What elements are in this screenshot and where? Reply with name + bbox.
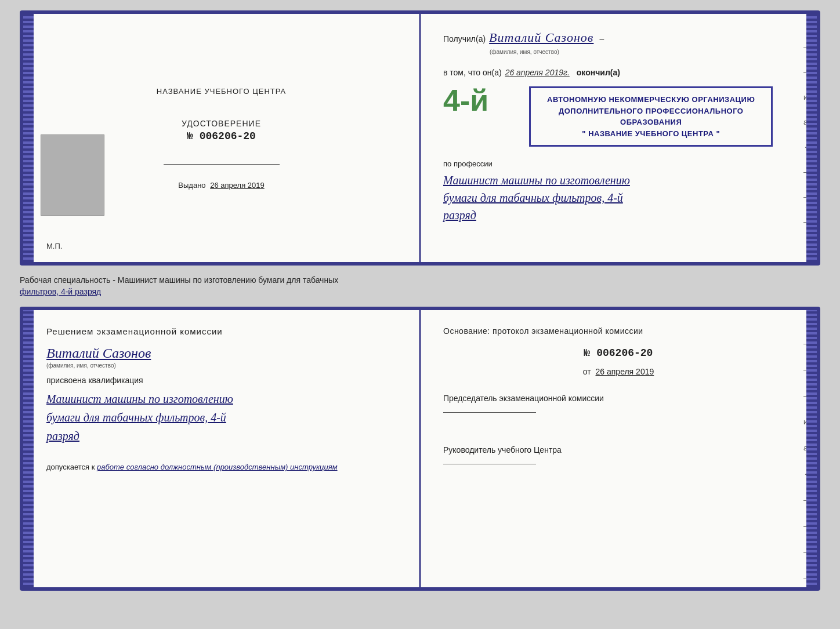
- poluchil-line: Получил(а) Виталий Сазонов –: [443, 30, 794, 45]
- profession-line3: разряд: [443, 206, 794, 224]
- prisvoena-label: присвоена квалификация: [46, 376, 396, 385]
- divider-line-1: [164, 164, 280, 165]
- vtom-date: 26 апреля 2019г.: [505, 68, 570, 77]
- recipient-name-top: Виталий Сазонов: [489, 30, 593, 45]
- udostoverenie-title: УДОСТОВЕРЕНИЕ: [182, 119, 261, 128]
- cert-number-top: № 006206-20: [182, 130, 261, 142]
- vtom-line: в том, что он(а) 26 апреля 2019г. окончи…: [443, 68, 794, 77]
- rukovoditel-block: Руководитель учебного Центра: [443, 445, 794, 468]
- qual-line1: Машинист машины по изготовлению: [46, 390, 396, 408]
- chairman-signature-line: [443, 412, 536, 413]
- dopuskaetsya-value: работе согласно должностным (производств…: [97, 463, 338, 471]
- fio-subtitle-top: (фамилия, имя, отчество): [490, 49, 794, 55]
- qualification-text: Машинист машины по изготовлению бумаги д…: [46, 390, 396, 445]
- ot-date: 26 апреля 2019: [596, 367, 654, 376]
- fio-name-bottom: Виталий Сазонов: [46, 346, 396, 361]
- chairman-block: Председатель экзаменационной комиссии: [443, 394, 794, 416]
- stamp-line3: " НАЗВАНИЕ УЧЕБНОГО ЦЕНТРА ": [540, 128, 762, 140]
- right-border-strip-bottom: [806, 310, 817, 587]
- cert-bottom: Решением экзаменационной комиссии Витали…: [20, 307, 820, 591]
- profession-line2: бумаги для табачных фильтров, 4-й: [443, 189, 794, 206]
- vydano-line: Выдано 26 апреля 2019: [178, 181, 264, 190]
- cert-top-left-page: НАЗВАНИЕ УЧЕБНОГО ЦЕНТРА УДОСТОВЕРЕНИЕ №…: [23, 14, 420, 262]
- hyphen-top: –: [599, 34, 604, 43]
- right-border-strip-top: [806, 14, 817, 262]
- stamp-area: 4-й АВТОНОМНУЮ НЕКОММЕРЧЕСКУЮ ОРГАНИЗАЦИ…: [443, 83, 794, 152]
- profession-text-top: Машинист машины по изготовлению бумаги д…: [443, 172, 794, 224]
- vydano-label: Выдано: [178, 181, 205, 190]
- qual-line3: разряд: [46, 427, 396, 445]
- cert-bottom-left-page: Решением экзаменационной комиссии Витали…: [23, 310, 420, 587]
- okonchil-label: окончил(а): [577, 68, 620, 77]
- info-line2: фильтров, 4-й разряд: [20, 287, 101, 296]
- resheniem-label: Решением экзаменационной комиссии: [46, 326, 396, 336]
- vtom-label: в том, что он(а): [443, 68, 502, 77]
- stamp-block: АВТОНОМНУЮ НЕКОММЕРЧЕСКУЮ ОРГАНИЗАЦИЮ ДО…: [529, 86, 773, 147]
- cert-bottom-right-page: Основание: протокол экзаменационной коми…: [420, 310, 817, 587]
- profession-line1: Машинист машины по изготовлению: [443, 172, 794, 189]
- left-border-strip-bottom: [23, 310, 34, 587]
- photo-placeholder: [41, 134, 104, 216]
- stamp-line2: ДОПОЛНИТЕЛЬНОГО ПРОФЕССИОНАЛЬНОГО ОБРАЗО…: [540, 106, 762, 128]
- stamp-line1: АВТОНОМНУЮ НЕКОММЕРЧЕСКУЮ ОРГАНИЗАЦИЮ: [540, 94, 762, 106]
- cert-top: НАЗВАНИЕ УЧЕБНОГО ЦЕНТРА УДОСТОВЕРЕНИЕ №…: [20, 10, 820, 266]
- poluchil-label: Получил(а): [443, 34, 486, 43]
- dopuskaetsya-block: допускается к работе согласно должностны…: [46, 463, 396, 471]
- info-line1: Рабочая специальность - Машинист машины …: [20, 275, 338, 285]
- protocol-number-bottom: № 006206-20: [443, 347, 794, 359]
- ot-label: от: [583, 367, 591, 376]
- udostoverenie-block: УДОСТОВЕРЕНИЕ № 006206-20: [182, 119, 261, 142]
- training-center-label-top: НАЗВАНИЕ УЧЕБНОГО ЦЕНТРА: [157, 87, 286, 96]
- chairman-label: Председатель экзаменационной комиссии: [443, 394, 604, 403]
- po-professii-label: по профессии: [443, 159, 794, 168]
- mp-label: М.П.: [46, 242, 62, 250]
- page-background: НАЗВАНИЕ УЧЕБНОГО ЦЕНТРА УДОСТОВЕРЕНИЕ №…: [0, 0, 840, 629]
- big-number: 4-й: [443, 83, 488, 118]
- fio-subtitle-bottom: (фамилия, имя, отчество): [46, 362, 396, 369]
- vydano-date: 26 апреля 2019: [210, 181, 265, 190]
- qual-line2: бумаги для табачных фильтров, 4-й: [46, 408, 396, 427]
- cert-top-right-page: Получил(а) Виталий Сазонов – (фамилия, и…: [420, 14, 817, 262]
- ot-date-line: от 26 апреля 2019: [443, 367, 794, 376]
- rukovoditel-signature-line: [443, 464, 536, 464]
- osnovanie-label: Основание: протокол экзаменационной коми…: [443, 326, 794, 336]
- dopuskaetsya-label: допускается к: [46, 463, 95, 471]
- rukovoditel-label: Руководитель учебного Центра: [443, 445, 562, 455]
- info-text-area: Рабочая специальность - Машинист машины …: [20, 272, 820, 300]
